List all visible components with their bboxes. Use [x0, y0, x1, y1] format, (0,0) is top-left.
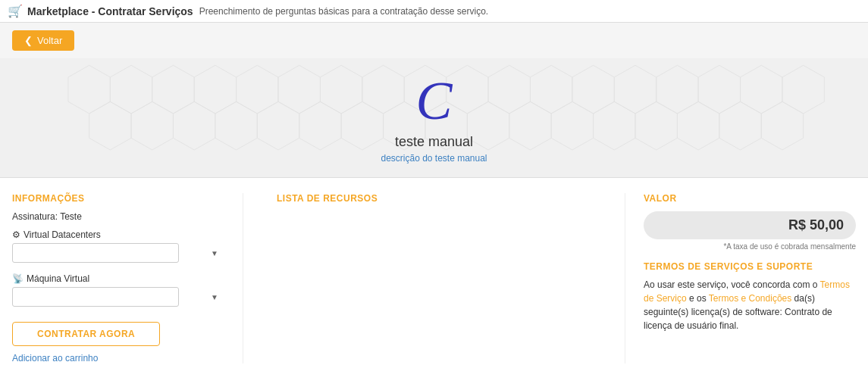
vdc-label-text: Virtual Datacenters — [24, 229, 101, 240]
divider-2 — [625, 193, 625, 363]
page-subtitle: Preenchimento de perguntas básicas para … — [199, 6, 489, 17]
price-box: R$ 50,00 — [644, 211, 856, 239]
service-name: teste manual — [0, 134, 868, 150]
back-button-label: Voltar — [37, 35, 62, 46]
vdc-dropdown[interactable] — [12, 243, 179, 263]
top-bar: 🛒 Marketplace - Contratar Serviços Preen… — [0, 0, 868, 23]
contratar-button[interactable]: CONTRATAR AGORA — [12, 322, 160, 346]
termos-text-2: e os — [687, 293, 709, 304]
back-arrow-icon: ❮ — [24, 35, 33, 46]
vm-label-text: Máquina Virtual — [27, 273, 89, 284]
vdc-dropdown-arrow: ▼ — [211, 249, 218, 257]
valor-section-title: VALOR — [644, 193, 856, 204]
valor-column: VALOR R$ 50,00 *A taxa de uso é cobrada … — [644, 193, 856, 363]
back-button[interactable]: ❮ Voltar — [12, 30, 74, 51]
vdc-dropdown-wrap: ▼ — [12, 243, 224, 263]
vm-dropdown[interactable] — [12, 287, 179, 307]
page-title: Marketplace - Contratar Serviços — [27, 5, 193, 17]
info-section-title: INFORMAÇÕES — [12, 193, 224, 204]
termos-title: TERMOS DE SERVIÇOS E SUPORTE — [644, 261, 856, 272]
service-description: descrição do teste manual — [0, 153, 868, 164]
vm-icon: 📡 — [12, 273, 24, 284]
back-section: ❮ Voltar — [0, 23, 868, 58]
vdc-icon: ⚙ — [12, 229, 20, 240]
info-column: INFORMAÇÕES Assinatura: Teste ⚙ Virtual … — [12, 193, 224, 363]
subscription-info: Assinatura: Teste — [12, 211, 224, 222]
price-note: *A taxa de uso é cobrada mensalmente — [644, 242, 856, 251]
divider-1 — [243, 193, 243, 363]
main-content: INFORMAÇÕES Assinatura: Teste ⚙ Virtual … — [0, 177, 868, 379]
recursos-column: LISTA DE RECURSOS — [262, 193, 606, 363]
hero-section: C teste manual descrição do teste manual — [0, 58, 868, 177]
vm-dropdown-wrap: ▼ — [12, 287, 224, 307]
service-logo: C — [0, 73, 868, 128]
vdc-label: ⚙ Virtual Datacenters — [12, 229, 224, 240]
cart-icon: 🛒 — [8, 4, 23, 18]
price-value: R$ 50,00 — [788, 217, 844, 232]
add-to-cart-link[interactable]: Adicionar ao carrinho — [12, 353, 98, 363]
vm-dropdown-arrow: ▼ — [211, 293, 218, 301]
termos-link-2[interactable]: Termos e Condições — [709, 293, 791, 304]
termos-text-1: Ao usar este serviço, você concorda com … — [644, 279, 820, 290]
termos-text: Ao usar este serviço, você concorda com … — [644, 278, 856, 332]
recursos-section-title: LISTA DE RECURSOS — [277, 193, 606, 204]
vm-label: 📡 Máquina Virtual — [12, 273, 224, 284]
